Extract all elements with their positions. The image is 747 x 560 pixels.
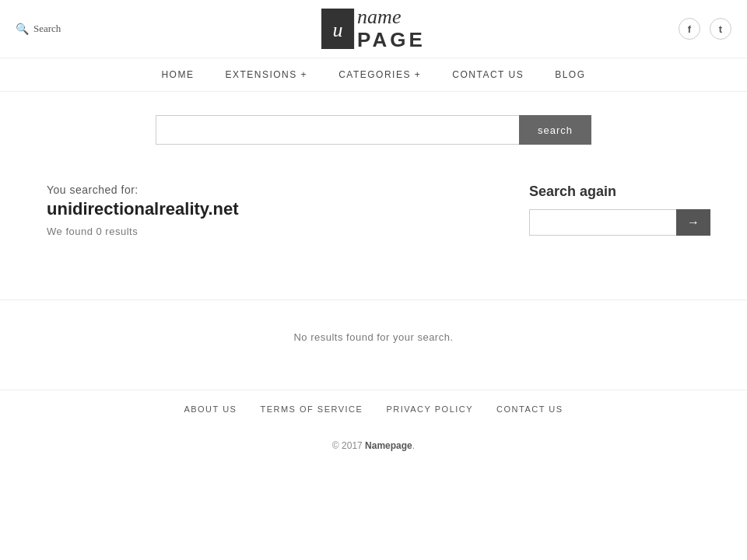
no-results-message: No results found for your search.: [0, 299, 747, 390]
results-left-col: You searched for: unidirectionalreality.…: [47, 184, 498, 237]
copyright-suffix: .: [412, 440, 415, 451]
logo-page: PAGE: [357, 29, 426, 51]
searched-for-label: You searched for:: [47, 184, 498, 196]
svg-text:u: u: [333, 19, 343, 41]
header-search[interactable]: 🔍 Search: [16, 23, 61, 36]
nav-item-categories[interactable]: CATEGORIES +: [338, 69, 421, 80]
main-nav: HOME EXTENSIONS + CATEGORIES + CONTACT U…: [0, 58, 747, 92]
twitter-icon[interactable]: t: [710, 18, 731, 40]
search-again-button[interactable]: →: [676, 209, 710, 236]
main-content: You searched for: unidirectionalreality.…: [0, 160, 747, 284]
footer-privacy[interactable]: PRIVACY POLICY: [386, 404, 473, 414]
site-header: 🔍 Search u name PAGE f t: [0, 0, 747, 58]
search-again-col: Search again →: [529, 184, 700, 237]
copyright-prefix: © 2017: [332, 440, 365, 451]
footer-copyright: © 2017 Namepage.: [0, 428, 747, 464]
search-button[interactable]: search: [519, 115, 591, 145]
nav-item-blog[interactable]: BLOG: [555, 69, 585, 80]
footer-about[interactable]: ABOUT US: [184, 404, 237, 414]
search-bar-wrapper: search: [156, 115, 591, 145]
header-search-label: Search: [33, 23, 61, 35]
social-icons: f t: [679, 18, 731, 40]
search-icon: 🔍: [16, 23, 29, 36]
site-logo[interactable]: u name PAGE: [321, 6, 426, 51]
search-again-wrapper: →: [529, 209, 700, 236]
facebook-icon[interactable]: f: [679, 18, 700, 40]
search-section: search: [0, 92, 747, 160]
searched-term: unidirectionalreality.net: [47, 199, 498, 219]
logo-icon: u: [321, 9, 354, 49]
nav-item-extensions[interactable]: EXTENSIONS +: [225, 69, 307, 80]
logo-name: name: [357, 6, 426, 29]
copyright-brand: Namepage: [365, 440, 412, 451]
search-again-label: Search again: [529, 184, 700, 200]
search-input[interactable]: [156, 115, 519, 145]
logo-text: name PAGE: [357, 6, 426, 51]
search-again-input[interactable]: [529, 209, 676, 236]
footer-terms[interactable]: TERMS OF SERVICE: [260, 404, 363, 414]
nav-item-contact[interactable]: CONTACT US: [452, 69, 524, 80]
footer-contact[interactable]: CONTACT US: [496, 404, 563, 414]
footer-nav: ABOUT US TERMS OF SERVICE PRIVACY POLICY…: [0, 390, 747, 428]
nav-item-home[interactable]: HOME: [161, 69, 194, 80]
result-count: We found 0 results: [47, 226, 498, 237]
